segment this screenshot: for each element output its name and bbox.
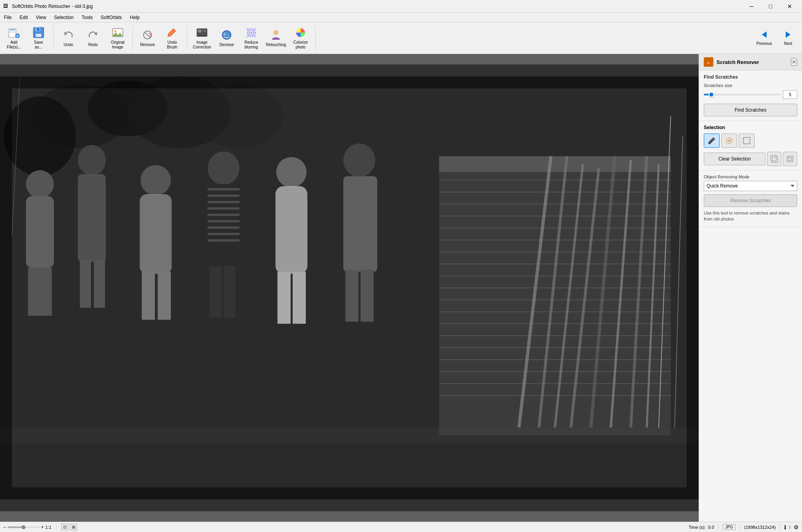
svg-rect-109 bbox=[788, 157, 792, 161]
selection-title: Selection bbox=[704, 125, 797, 130]
redo-button[interactable]: Redo bbox=[82, 25, 105, 52]
separator-2 bbox=[132, 26, 133, 50]
denoise-button[interactable]: Denoise bbox=[215, 25, 238, 52]
retouching-label: Retouching bbox=[266, 43, 286, 47]
undo-brush-button[interactable]: UndoBrush bbox=[161, 25, 184, 52]
fit-to-window-button[interactable]: ⊡ bbox=[61, 524, 68, 530]
removing-mode-dropdown[interactable]: Quick Remove Smart Remove Texture Propag… bbox=[704, 181, 797, 191]
object-removing-section: Object Removing Mode Quick Remove Smart … bbox=[699, 170, 802, 227]
svg-rect-107 bbox=[772, 157, 778, 163]
undo-button[interactable]: Undo bbox=[57, 25, 80, 52]
status-view-icons: ⊡ ⊞ bbox=[61, 524, 77, 530]
status-separator-3 bbox=[740, 524, 740, 530]
menu-help[interactable]: Help bbox=[126, 13, 144, 22]
menu-softorbits[interactable]: SoftOrbits bbox=[97, 13, 126, 22]
menu-selection[interactable]: Selection bbox=[50, 13, 78, 22]
pencil-icon bbox=[708, 137, 716, 145]
previous-button[interactable]: Previous bbox=[753, 25, 776, 52]
image-correction-icon bbox=[196, 27, 208, 39]
magic-wand-button[interactable] bbox=[721, 133, 737, 148]
save-as-icon bbox=[32, 27, 45, 39]
scratches-size-slider[interactable] bbox=[704, 94, 781, 95]
find-scratches-section: Find Scratches Scratches size 5 Find Scr… bbox=[699, 70, 802, 121]
retouching-button[interactable]: Retouching bbox=[264, 25, 287, 52]
selection-section: Selection bbox=[699, 121, 802, 170]
title-bar-controls: ─ □ ✕ bbox=[742, 0, 799, 13]
toolbox-panel: Scratch Remover ✕ Find Scratches Scratch… bbox=[699, 54, 802, 522]
svg-rect-17 bbox=[202, 29, 206, 33]
original-image-button[interactable]: OriginalImage bbox=[106, 25, 129, 52]
svg-rect-101 bbox=[0, 76, 699, 499]
separator-3 bbox=[187, 26, 187, 50]
image-correction-label: ImageCorrection bbox=[193, 40, 211, 50]
image-correction-button[interactable]: ImageCorrection bbox=[190, 25, 214, 52]
add-files-label: AddFile(s)... bbox=[7, 40, 21, 50]
svg-marker-27 bbox=[786, 31, 790, 38]
photo-container bbox=[0, 54, 699, 522]
add-files-button[interactable]: + AddFile(s)... bbox=[2, 25, 25, 52]
image-area bbox=[0, 54, 699, 522]
window-title: SoftOrbits Photo Retoucher - old-3.jpg bbox=[12, 4, 742, 9]
svg-marker-26 bbox=[762, 31, 767, 38]
svg-point-24 bbox=[274, 30, 278, 35]
menu-tools[interactable]: Tools bbox=[78, 13, 97, 22]
menu-edit[interactable]: Edit bbox=[16, 13, 32, 22]
next-label: Next bbox=[784, 41, 792, 46]
scratches-size-value[interactable]: 5 bbox=[783, 90, 797, 99]
save-as-button[interactable]: Saveas... bbox=[27, 25, 50, 52]
svg-point-20 bbox=[223, 33, 226, 35]
retouching-icon bbox=[270, 29, 282, 41]
colorize-photo-icon bbox=[294, 27, 307, 39]
colorize-photo-button[interactable]: Colorizephoto bbox=[289, 25, 312, 52]
maximize-button[interactable]: □ bbox=[761, 0, 780, 13]
menu-file[interactable]: File bbox=[0, 13, 16, 22]
toolbox-close-button[interactable]: ✕ bbox=[791, 58, 797, 66]
status-separator-2 bbox=[718, 524, 718, 530]
photo-image bbox=[0, 54, 699, 522]
status-separator-4 bbox=[780, 524, 780, 530]
close-button[interactable]: ✕ bbox=[781, 0, 799, 13]
find-scratches-button[interactable]: Find Scratches bbox=[704, 104, 797, 116]
settings-button[interactable]: ⚙ bbox=[794, 524, 799, 530]
menu-bar: File Edit View Selection Tools SoftOrbit… bbox=[0, 13, 802, 22]
contract-selection-button[interactable] bbox=[783, 152, 797, 166]
svg-rect-1 bbox=[10, 29, 15, 30]
menu-view[interactable]: View bbox=[32, 13, 50, 22]
rect-select-button[interactable] bbox=[739, 133, 755, 148]
status-bar: − + 1:1 ⊡ ⊞ Time (s): 0.0 JPG (1998x1312… bbox=[0, 522, 802, 532]
main-area: Scratch Remover ✕ Find Scratches Scratch… bbox=[0, 54, 802, 522]
original-image-label: OriginalImage bbox=[111, 40, 124, 50]
undo-icon bbox=[62, 29, 75, 41]
rect-select-icon bbox=[743, 137, 751, 145]
svg-rect-105 bbox=[744, 137, 750, 144]
scratches-size-slider-container: 5 bbox=[704, 90, 797, 99]
pencil-tool-button[interactable] bbox=[704, 133, 720, 148]
expand-selection-icon bbox=[770, 155, 779, 163]
next-button[interactable]: Next bbox=[777, 25, 800, 52]
svg-rect-18 bbox=[198, 33, 206, 35]
remove-scratches-button[interactable]: Remove Scratches bbox=[704, 194, 797, 207]
clear-selection-button[interactable]: Clear Selection bbox=[704, 153, 765, 165]
denoise-icon bbox=[220, 29, 233, 41]
svg-point-23 bbox=[251, 32, 252, 33]
selection-bottom-row: Clear Selection bbox=[704, 152, 797, 166]
undo-brush-label: UndoBrush bbox=[167, 40, 177, 50]
zoom-in-button[interactable]: + bbox=[41, 524, 44, 530]
toolbox-title: Scratch Remover bbox=[717, 59, 759, 65]
share-button[interactable]: ↑ bbox=[788, 524, 791, 530]
add-files-icon: + bbox=[8, 27, 20, 39]
minimize-button[interactable]: ─ bbox=[742, 0, 761, 13]
toolbar: + AddFile(s)... Saveas... Undo bbox=[0, 22, 802, 54]
scratches-size-label: Scratches size bbox=[704, 83, 732, 88]
denoise-label: Denoise bbox=[219, 43, 234, 47]
colorize-photo-label: Colorizephoto bbox=[293, 40, 308, 50]
actual-size-button[interactable]: ⊞ bbox=[70, 524, 77, 530]
info-button[interactable]: ℹ bbox=[784, 524, 786, 530]
remove-button[interactable]: Remove bbox=[136, 25, 159, 52]
undo-brush-icon bbox=[166, 27, 179, 39]
expand-selection-button[interactable] bbox=[767, 152, 781, 166]
selection-tools-row bbox=[704, 133, 797, 148]
zoom-slider[interactable] bbox=[8, 526, 39, 528]
zoom-out-button[interactable]: − bbox=[3, 524, 6, 530]
reduce-blurring-button[interactable]: Reduceblurring bbox=[240, 25, 263, 52]
